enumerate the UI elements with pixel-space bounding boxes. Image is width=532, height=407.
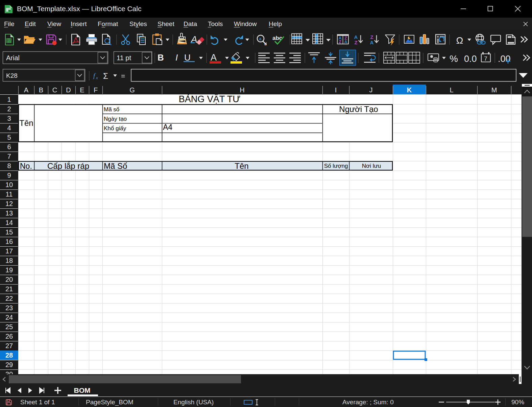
- svg-text:20: 20: [5, 276, 13, 283]
- svg-text:30: 30: [5, 370, 13, 374]
- svg-text:18: 18: [5, 257, 13, 264]
- svg-text:C: C: [52, 86, 57, 94]
- svg-text:No.: No.: [20, 162, 32, 171]
- svg-text:5: 5: [7, 134, 11, 141]
- svg-text:27: 27: [5, 342, 13, 349]
- svg-text:23: 23: [5, 304, 13, 312]
- svg-text:U: U: [184, 52, 191, 63]
- svg-text:Mã Số: Mã Số: [104, 161, 127, 171]
- svg-text:Tên: Tên: [19, 118, 33, 128]
- svg-text:22: 22: [5, 295, 13, 302]
- svg-text:Arial: Arial: [6, 54, 20, 62]
- svg-text:B: B: [39, 86, 43, 94]
- svg-text:=: =: [121, 72, 125, 80]
- svg-text:d: d: [264, 41, 267, 46]
- svg-text:Z: Z: [354, 40, 357, 45]
- svg-text:19: 19: [5, 266, 13, 274]
- svg-text:a: a: [259, 36, 262, 41]
- svg-text:13: 13: [5, 209, 13, 217]
- svg-text:25: 25: [5, 323, 13, 331]
- svg-text:15: 15: [5, 228, 13, 236]
- svg-text:16: 16: [5, 238, 13, 245]
- svg-text:11 pt: 11 pt: [117, 54, 131, 62]
- svg-text:E: E: [80, 86, 84, 94]
- svg-text:2: 2: [7, 105, 11, 113]
- svg-text:BOM: BOM: [74, 386, 91, 394]
- svg-text:I: I: [175, 52, 178, 63]
- svg-text:11: 11: [6, 190, 13, 198]
- svg-text:17: 17: [5, 247, 13, 255]
- svg-text:G: G: [129, 86, 135, 94]
- svg-text:29: 29: [5, 361, 13, 368]
- svg-text:Người Tạo: Người Tạo: [339, 105, 378, 114]
- svg-text:10: 10: [5, 181, 13, 188]
- svg-text:Z: Z: [339, 40, 341, 44]
- svg-text:I: I: [335, 86, 337, 94]
- svg-text:f: f: [93, 72, 96, 79]
- svg-text:Khổ giấy: Khổ giấy: [104, 125, 126, 132]
- svg-text:BẢNG VẬT TƯ: BẢNG VẬT TƯ: [179, 93, 241, 104]
- svg-text:D: D: [66, 86, 71, 94]
- svg-text:1: 1: [7, 96, 11, 103]
- svg-text:4: 4: [7, 124, 11, 132]
- svg-text:.00: .00: [498, 54, 511, 64]
- svg-text:21: 21: [5, 285, 13, 293]
- svg-text:%: %: [450, 53, 458, 64]
- svg-text:J: J: [369, 86, 373, 94]
- svg-text:9: 9: [7, 172, 11, 179]
- svg-text:M: M: [491, 86, 497, 94]
- svg-text:Ω: Ω: [456, 35, 463, 46]
- svg-text:8: 8: [7, 162, 11, 169]
- svg-text:12: 12: [5, 200, 13, 207]
- svg-text:0.0: 0.0: [464, 54, 477, 64]
- svg-text:14: 14: [5, 219, 13, 226]
- svg-text:K: K: [407, 86, 412, 94]
- svg-text:A: A: [370, 40, 374, 45]
- svg-text:K28: K28: [6, 72, 18, 79]
- svg-text:H: H: [240, 86, 244, 94]
- svg-text:Nơi lưu: Nơi lưu: [362, 163, 381, 169]
- svg-text:A: A: [24, 86, 29, 94]
- svg-text:7: 7: [7, 153, 11, 160]
- svg-text:Mã số: Mã số: [104, 106, 120, 113]
- svg-text:Cấp lắp ráp: Cấp lắp ráp: [47, 161, 89, 171]
- svg-text:7: 7: [484, 55, 487, 62]
- svg-text:A4: A4: [163, 123, 172, 132]
- svg-text:24: 24: [5, 314, 13, 321]
- svg-text:A: A: [211, 52, 217, 63]
- svg-text:28: 28: [5, 352, 13, 359]
- svg-text:26: 26: [5, 333, 13, 340]
- svg-text:F: F: [94, 86, 98, 94]
- svg-text:Tên: Tên: [235, 161, 248, 171]
- svg-text:Σ: Σ: [103, 71, 108, 81]
- svg-text:6: 6: [7, 143, 11, 151]
- svg-text:Số lượng: Số lượng: [324, 163, 348, 169]
- svg-text:L: L: [450, 86, 453, 94]
- svg-text:B: B: [158, 52, 164, 63]
- svg-text:Z: Z: [370, 34, 373, 40]
- svg-text:3: 3: [7, 115, 11, 122]
- svg-text:x: x: [96, 75, 98, 80]
- svg-text:A: A: [344, 40, 347, 44]
- svg-text:Ngày tạo: Ngày tạo: [104, 116, 127, 122]
- svg-text:A: A: [354, 34, 358, 40]
